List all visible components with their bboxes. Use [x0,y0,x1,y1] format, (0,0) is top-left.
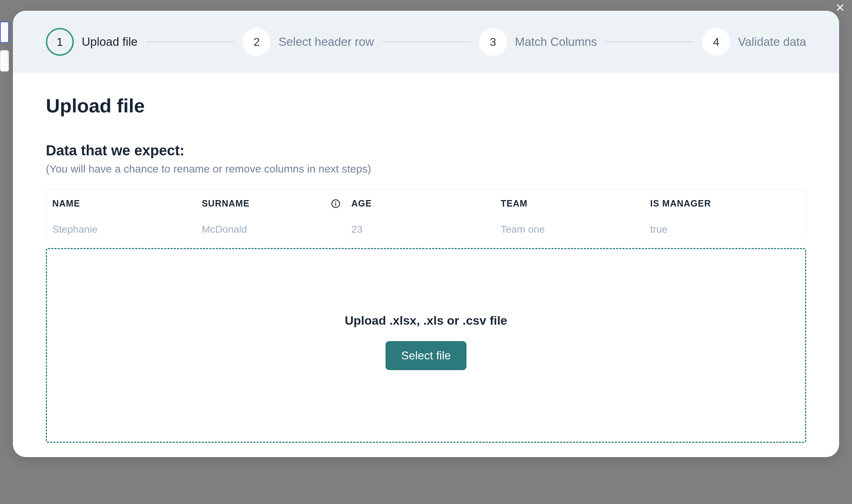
step-divider [606,42,694,42]
expected-data-hint: (You will have a chance to rename or rem… [46,163,806,175]
close-button[interactable] [835,2,846,14]
cell-is-manager: true [650,224,800,235]
close-icon [835,2,846,13]
step-divider [382,42,470,42]
column-header-surname: SURNAME [202,198,351,209]
dropzone-instruction: Upload .xlsx, .xls or .csv file [345,314,507,328]
cell-team: Team one [501,224,650,235]
step-label: Select header row [278,35,374,49]
expected-data-heading: Data that we expect: [46,142,806,159]
cell-name: Stephanie [52,224,202,235]
step-label: Match Columns [515,35,597,49]
step-number: 1 [46,28,74,56]
step-label: Validate data [738,35,806,49]
select-file-button[interactable]: Select file [386,341,467,370]
table-header-row: NAME SURNAME AGE TEAM IS MANAGER [46,190,806,217]
cell-surname: McDonald [202,224,351,235]
step-upload-file[interactable]: 1 Upload file [46,28,138,56]
column-header-team: TEAM [501,198,650,209]
modal-content: Upload file Data that we expect: (You wi… [13,73,839,457]
column-header-is-manager: IS MANAGER [650,198,800,209]
step-divider [146,42,234,42]
page-title: Upload file [46,94,806,117]
upload-modal: 1 Upload file 2 Select header row 3 Matc… [13,11,839,457]
file-dropzone[interactable]: Upload .xlsx, .xls or .csv file Select f… [46,248,806,443]
step-number: 3 [479,28,507,56]
column-header-age: AGE [351,198,501,209]
step-validate-data[interactable]: 4 Validate data [702,28,806,56]
info-icon[interactable] [331,199,340,208]
background-button-1 [0,21,9,43]
column-header-surname-label: SURNAME [202,198,249,209]
step-select-header-row[interactable]: 2 Select header row [243,28,374,56]
svg-point-4 [335,201,336,202]
cell-age: 23 [351,224,501,235]
expected-columns-table: NAME SURNAME AGE TEAM IS MANAGER [46,189,806,237]
step-label: Upload file [82,35,138,49]
step-match-columns[interactable]: 3 Match Columns [479,28,597,56]
step-number: 4 [702,28,730,56]
stepper: 1 Upload file 2 Select header row 3 Matc… [13,11,839,73]
step-number: 2 [243,28,271,56]
column-header-name: NAME [52,198,202,209]
table-row: Stephanie McDonald 23 Team one true [46,217,806,237]
background-button-2 [0,50,9,72]
